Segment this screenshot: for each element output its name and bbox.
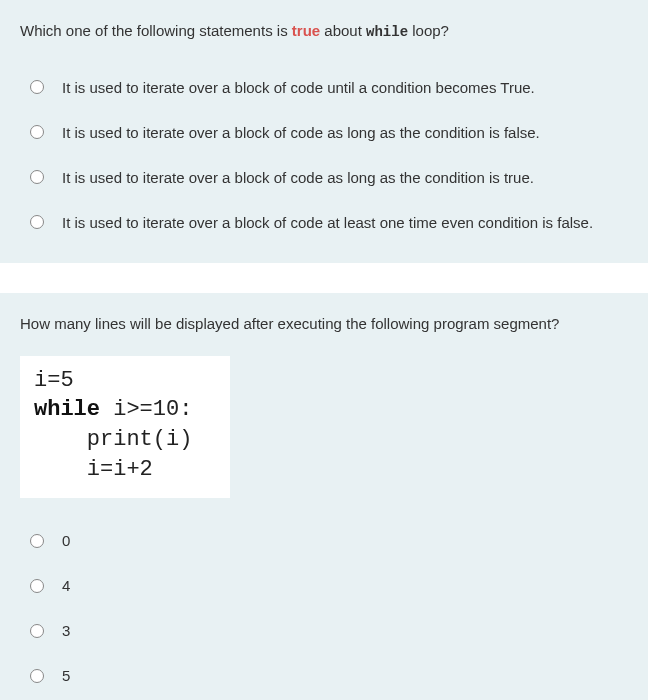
radio-icon[interactable] bbox=[30, 669, 44, 683]
question-card-2: How many lines will be displayed after e… bbox=[0, 293, 648, 700]
radio-icon[interactable] bbox=[30, 125, 44, 139]
option-row[interactable]: It is used to iterate over a block of co… bbox=[30, 110, 628, 155]
code-line: i=i+2 bbox=[34, 455, 216, 485]
code-line: while i>=10: bbox=[34, 395, 216, 425]
option-row[interactable]: It is used to iterate over a block of co… bbox=[30, 200, 628, 245]
radio-icon[interactable] bbox=[30, 80, 44, 94]
option-label: It is used to iterate over a block of co… bbox=[62, 167, 534, 188]
radio-icon[interactable] bbox=[30, 215, 44, 229]
option-row[interactable]: 5 bbox=[30, 653, 628, 698]
option-row[interactable]: It is used to iterate over a block of co… bbox=[30, 65, 628, 110]
option-label: It is used to iterate over a block of co… bbox=[62, 122, 540, 143]
code-keyword: while bbox=[34, 397, 100, 422]
radio-icon[interactable] bbox=[30, 624, 44, 638]
bold-red-word: true bbox=[292, 22, 320, 39]
code-block: i=5 while i>=10: print(i) i=i+2 bbox=[20, 356, 230, 499]
question-middle: about bbox=[320, 22, 366, 39]
option-row[interactable]: 3 bbox=[30, 608, 628, 653]
question-card-1: Which one of the following statements is… bbox=[0, 0, 648, 263]
option-label: It is used to iterate over a block of co… bbox=[62, 77, 535, 98]
question-text: How many lines will be displayed after e… bbox=[20, 313, 628, 334]
option-label: 0 bbox=[62, 530, 70, 551]
question-suffix: loop? bbox=[408, 22, 449, 39]
options-list: It is used to iterate over a block of co… bbox=[20, 65, 628, 245]
mono-word: while bbox=[366, 24, 408, 40]
code-line: i=5 bbox=[34, 366, 216, 396]
option-label: 3 bbox=[62, 620, 70, 641]
question-prefix: Which one of the following statements is bbox=[20, 22, 292, 39]
option-label: 5 bbox=[62, 665, 70, 686]
option-row[interactable]: 4 bbox=[30, 563, 628, 608]
option-label: It is used to iterate over a block of co… bbox=[62, 212, 593, 233]
radio-icon[interactable] bbox=[30, 170, 44, 184]
radio-icon[interactable] bbox=[30, 534, 44, 548]
option-label: 4 bbox=[62, 575, 70, 596]
options-list: 0 4 3 5 bbox=[20, 518, 628, 698]
option-row[interactable]: It is used to iterate over a block of co… bbox=[30, 155, 628, 200]
question-text: Which one of the following statements is… bbox=[20, 20, 628, 43]
code-rest: i>=10: bbox=[100, 397, 192, 422]
radio-icon[interactable] bbox=[30, 579, 44, 593]
option-row[interactable]: 0 bbox=[30, 518, 628, 563]
code-line: print(i) bbox=[34, 425, 216, 455]
